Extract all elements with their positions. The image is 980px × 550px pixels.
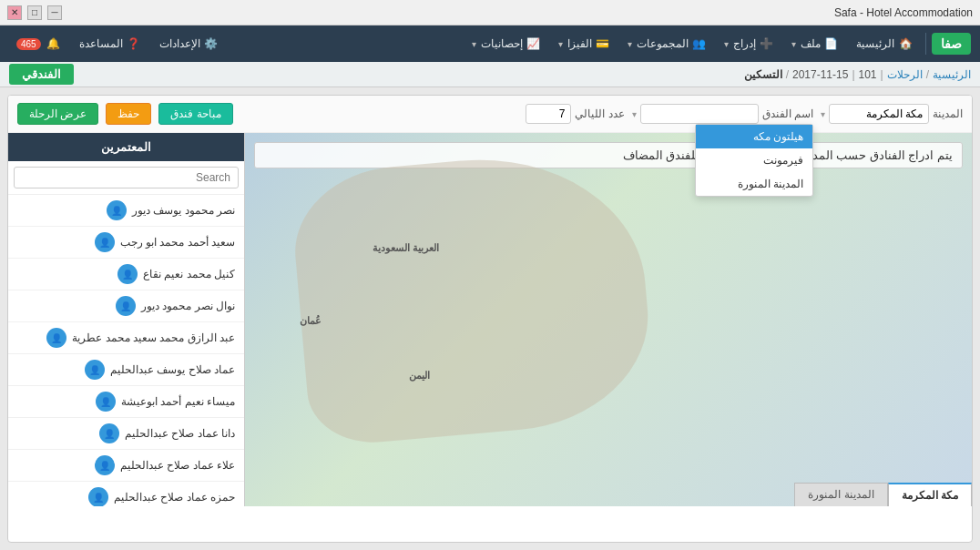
home-icon: 🏠 [898,36,913,51]
pilgrim-name: نصر محمود يوسف ديور [132,204,235,217]
breadcrumb-home[interactable]: الرئيسية [933,68,971,81]
list-item[interactable]: عماد صلاح يوسف عبدالحليم👤 [8,354,244,386]
body-area: يتم ادراج الفنادق حسب المدينة و تحديد عد… [8,133,972,506]
pilgrims-list: نصر محمود يوسف ديور👤سعيد أحمد محمد ابو ر… [8,195,244,506]
nav-item-file[interactable]: 📄 ملف [784,33,845,55]
bell-icon: 🔔 [46,36,61,51]
tab-medina[interactable]: المدينة المنورة [794,483,887,506]
pilgrim-name: عبد الرازق محمد سعيد محمد عطرية [72,331,235,344]
pilgrim-name: علاء عماد صلاح عبدالحليم [120,459,235,472]
hotel-option-fairmont[interactable]: فيرمونت [696,148,812,172]
breadcrumb-date: 2017-11-15 [792,68,848,81]
map-label-yemen: اليمن [409,370,430,382]
navbar-left: ⚙️ الإعدادات ❓ المساعدة 🔔 465 [9,33,226,55]
list-item[interactable]: كنيل محمد نعيم نقاع👤 [8,259,244,290]
controls-row: المدينة ▾ اسم الفندق ▾ هيلتون مكه فيرمون… [8,96,972,133]
avatar: 👤 [95,455,115,475]
avatar: 👤 [95,232,115,252]
avatar: 👤 [116,296,136,316]
breadcrumb-bar: الرئيسية / الرحلات | 101 | 2017-11-15 / … [0,62,980,87]
avatar: 👤 [88,487,108,506]
map-label-saudi: العربية السعودية [373,242,439,254]
list-item[interactable]: نوال نصر محمود ديور👤 [8,290,244,322]
pilgrims-panel: المعتمرين نصر محمود يوسف ديور👤سعيد أحمد … [8,133,245,506]
nav-item-notifications[interactable]: 🔔 465 [9,33,68,55]
breadcrumb-trip-id: 101 [859,68,877,81]
nav-divider-1 [925,33,926,55]
title-bar: Safa - Hotel Accommodation ─ □ ✕ [0,0,980,25]
list-item[interactable]: سعيد أحمد محمد ابو رجب👤 [8,227,244,259]
breadcrumb: الرئيسية / الرحلات | 101 | 2017-11-15 / … [744,68,971,81]
city-field-group: المدينة ▾ [821,104,963,124]
close-button[interactable]: ✕ [7,5,22,20]
hotel-input[interactable] [640,104,759,124]
pilgrims-search-input[interactable] [14,167,239,188]
avatar: 👤 [99,423,119,443]
navbar-right: صفا 🏠 الرئيسية 📄 ملف ➕ إدراج 👥 المجموعات… [464,33,971,55]
maximize-button[interactable]: □ [27,5,42,20]
avatar: 👤 [107,200,127,220]
nav-item-stats[interactable]: 📈 إحصانيات [464,33,547,55]
pilgrims-header: المعتمرين [8,133,244,161]
navbar: صفا 🏠 الرئيسية 📄 ملف ➕ إدراج 👥 المجموعات… [0,25,980,62]
pilgrim-name: سعيد أحمد محمد ابو رجب [120,236,235,249]
pilgrim-name: ميساء نعيم أحمد ابوعيشة [121,395,235,408]
list-item[interactable]: نصر محمود يوسف ديور👤 [8,195,244,227]
hotel-option-medina[interactable]: المدينة المنورة [696,172,812,196]
section-badge: الفندقي [9,64,74,85]
pilgrim-name: دانا عماد صلاح عبدالحليم [125,427,235,440]
map-label-oman: عُمان [300,315,322,327]
show-trip-button[interactable]: عرض الرحلة [17,103,98,125]
groups-icon: 👥 [691,36,706,51]
hotel-label: اسم الفندق [762,107,813,120]
settings-icon: ⚙️ [204,36,219,51]
stats-icon: 📈 [526,36,540,51]
tab-mecca[interactable]: مكة المكرمة [888,483,972,506]
nav-item-visa[interactable]: 💳 الفيزا [551,33,617,55]
map-background: يتم ادراج الفنادق حسب المدينة و تحديد عد… [245,133,972,506]
avatar: 👤 [85,360,105,380]
save-button[interactable]: حفظ [106,103,151,125]
window-controls: ─ □ ✕ [7,5,62,20]
hotel-option-hilton[interactable]: هيلتون مكه [696,125,812,148]
file-icon: 📄 [823,36,838,51]
nights-field-group: عدد الليالي [526,104,624,124]
map-area: يتم ادراج الفنادق حسب المدينة و تحديد عد… [245,133,972,506]
nav-item-settings[interactable]: ⚙️ الإعدادات [152,33,226,55]
hotel-room-button[interactable]: مباحة فندق [158,103,232,125]
pilgrim-name: عماد صلاح يوسف عبدالحليم [110,363,235,376]
list-item[interactable]: دانا عماد صلاح عبدالحليم👤 [8,418,244,450]
breadcrumb-current: التسكين [744,68,782,81]
list-item[interactable]: ميساء نعيم أحمد ابوعيشة👤 [8,386,244,418]
city-input[interactable] [829,104,929,124]
nav-item-home[interactable]: 🏠 الرئيسية [849,33,920,55]
list-item[interactable]: علاء عماد صلاح عبدالحليم👤 [8,450,244,482]
nav-item-help[interactable]: ❓ المساعدة [72,33,148,55]
window-title: Safa - Hotel Accommodation [834,6,973,19]
pilgrim-name: حمزه عماد صلاح عبدالحليم [114,491,235,504]
visa-icon: 💳 [595,36,609,51]
avatar: 👤 [46,328,66,348]
nights-input[interactable] [526,104,571,124]
hotel-dropdown: هيلتون مكه فيرمونت المدينة المنورة [695,124,813,197]
hotel-field-group: اسم الفندق ▾ هيلتون مكه فيرمونت المدينة … [632,104,813,124]
list-item[interactable]: حمزه عماد صلاح عبدالحليم👤 [8,482,244,506]
minimize-button[interactable]: ─ [47,5,62,20]
pilgrim-name: نوال نصر محمود ديور [141,300,235,312]
nights-label: عدد الليالي [575,107,624,120]
add-icon: ➕ [759,36,773,51]
list-item[interactable]: عبد الرازق محمد سعيد محمد عطرية👤 [8,322,244,354]
logo[interactable]: صفا [932,33,971,55]
instruction-text: يتم ادراج الفنادق حسب المدينة و تحديد عد… [254,142,963,168]
breadcrumb-trips[interactable]: الرحلات [887,68,923,81]
avatar: 👤 [96,392,116,412]
nav-item-groups[interactable]: 👥 المجموعات [620,33,713,55]
pilgrims-search-area [8,161,244,195]
city-tabs: مكة المكرمة المدينة المنورة [794,483,972,506]
help-icon: ❓ [127,36,141,51]
avatar: 👤 [117,264,138,284]
pilgrim-name: كنيل محمد نعيم نقاع [143,268,235,280]
main-content: المدينة ▾ اسم الفندق ▾ هيلتون مكه فيرمون… [7,95,973,543]
nav-item-add[interactable]: ➕ إدراج [717,33,781,55]
map-continent-shape [289,146,658,448]
